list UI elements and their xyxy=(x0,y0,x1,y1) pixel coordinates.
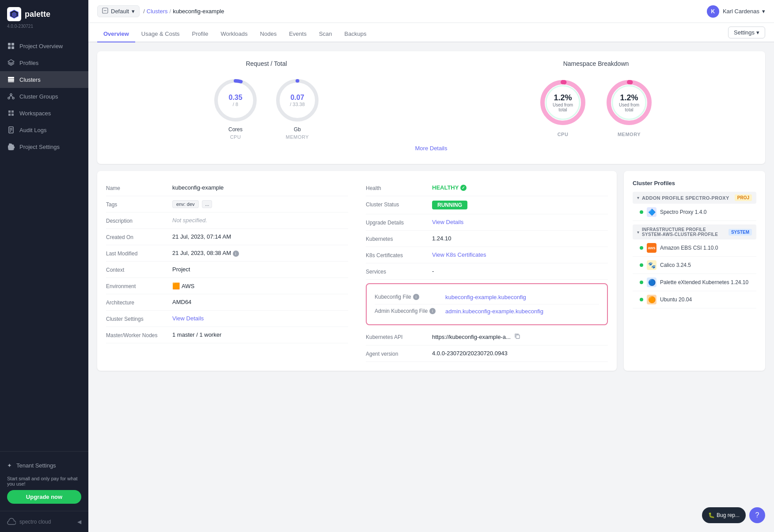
created-label: Created On xyxy=(106,233,172,240)
tab-scan[interactable]: Scan xyxy=(313,26,338,42)
sidebar-item-clusters[interactable]: Clusters xyxy=(0,71,88,88)
addon-group-name: ADDON PROFILE SPECTRO-PROXY xyxy=(642,195,732,201)
more-details-link[interactable]: More Details xyxy=(106,141,756,155)
detail-services: Services - xyxy=(366,263,608,280)
help-button[interactable]: ? xyxy=(749,507,765,523)
spectro-cloud-icon xyxy=(7,517,16,527)
namespace-cpu-label: Used from total xyxy=(550,103,576,112)
calico-name: Calico 3.24.5 xyxy=(660,262,691,268)
tags-value: env: dev ... xyxy=(172,201,348,207)
memory-gauge-center: 0.07 / 33.38 xyxy=(290,94,305,107)
memory-unit: Gb xyxy=(294,126,301,133)
profile-group-infra-header[interactable]: ▾ INFRASTRUCTURE PROFILE SYSTEM-AWS-CLUS… xyxy=(633,224,756,239)
tab-backups[interactable]: Backups xyxy=(338,26,373,42)
breadcrumb: / Clusters / kubeconfig-example xyxy=(143,8,224,15)
admin-kubeconfig-value[interactable]: admin.kubeconfig-example.kubeconfig xyxy=(445,308,543,315)
sidebar-nav: Project Overview Profiles Clusters Clust… xyxy=(0,34,88,451)
profile-group-infra: ▾ INFRASTRUCTURE PROFILE SYSTEM-AWS-CLUS… xyxy=(633,224,756,308)
project-name: Default xyxy=(111,8,129,15)
tab-workloads[interactable]: Workloads xyxy=(214,26,254,42)
tags-label: Tags xyxy=(106,201,172,208)
svg-rect-5 xyxy=(11,46,14,49)
cluster-status-label: Cluster Status xyxy=(366,201,432,208)
cpu-value: 0.35 xyxy=(228,94,242,102)
detail-context: Context Project xyxy=(106,262,348,278)
svg-point-11 xyxy=(12,97,14,99)
tab-usage-costs[interactable]: Usage & Costs xyxy=(135,26,186,42)
sidebar-item-cluster-groups[interactable]: Cluster Groups xyxy=(0,88,88,105)
copy-k8s-api-button[interactable] xyxy=(514,333,520,341)
namespace-memory-pct: 1.2% xyxy=(616,93,642,103)
k8s-api-label: Kubernetes API xyxy=(366,333,432,340)
sidebar-item-profiles[interactable]: Profiles xyxy=(0,54,88,71)
settings-button[interactable]: Settings ▾ xyxy=(728,27,765,38)
memory-separator: / 33.38 xyxy=(290,102,305,107)
profile-group-addon-header[interactable]: ▾ ADDON PROFILE SPECTRO-PROXY PROJ xyxy=(633,192,756,204)
namespace-charts: 1.2% Used from total CPU xyxy=(436,76,756,137)
cluster-settings-label: Cluster Settings xyxy=(106,315,172,322)
nav-label-cluster-groups: Cluster Groups xyxy=(19,93,58,100)
logo-area: palette xyxy=(0,0,88,23)
architecture-value: AMD64 xyxy=(172,299,348,305)
tab-nodes[interactable]: Nodes xyxy=(254,26,283,42)
modified-label: Last Modified xyxy=(106,250,172,257)
tab-overview[interactable]: Overview xyxy=(97,26,135,42)
kubernetes-label: Kubernetes xyxy=(366,235,432,242)
profile-item-spectro-proxy: 🔷 Spectro Proxy 1.4.0 xyxy=(633,204,756,221)
addon-group-chevron: ▾ xyxy=(637,195,639,200)
spectro-cloud-link[interactable]: spectro cloud ◀ xyxy=(0,511,88,532)
cluster-settings-link[interactable]: View Details xyxy=(172,315,348,322)
calico-icon: 🐾 xyxy=(647,260,656,270)
tag-more: ... xyxy=(202,200,212,208)
namespace-cpu-donut: 1.2% Used from total xyxy=(536,76,589,129)
details-card: Name kubeconfig-example Tags env: dev ..… xyxy=(97,171,617,371)
kubeconfig-file-row: Kubeconfig File i kubeconfig-example.kub… xyxy=(375,290,599,304)
nav-label-project-overview: Project Overview xyxy=(19,43,63,49)
tenant-settings-label: Tenant Settings xyxy=(16,462,56,469)
sidebar-item-project-settings[interactable]: Project Settings xyxy=(0,138,88,155)
admin-kubeconfig-info-icon[interactable]: i xyxy=(429,308,436,314)
bug-icon: 🐛 xyxy=(708,512,715,518)
agent-value: 4.0.0-230720/20230720.0943 xyxy=(432,350,608,357)
memory-label: MEMORY xyxy=(286,134,309,140)
palette-k8s-icon: 🔵 xyxy=(647,277,656,287)
nav-label-audit-logs: Audit Logs xyxy=(19,127,46,133)
profiles-title: Cluster Profiles xyxy=(633,180,756,186)
k8s-cert-value[interactable]: View K8s Certificates xyxy=(432,251,608,258)
sidebar-item-workspaces[interactable]: Workspaces xyxy=(0,105,88,122)
k8s-api-value: https://kubeconfig-example-a... xyxy=(432,333,608,341)
tab-profile[interactable]: Profile xyxy=(186,26,215,42)
upgrade-value[interactable]: View Details xyxy=(432,219,608,225)
namespace-memory-type: MEMORY xyxy=(618,132,641,137)
details-col-left: Name kubeconfig-example Tags env: dev ..… xyxy=(106,180,348,362)
name-label: Name xyxy=(106,184,172,191)
description-value: Not specified. xyxy=(172,217,348,224)
detail-architecture: Architecture AMD64 xyxy=(106,294,348,311)
breadcrumb-parent[interactable]: Clusters xyxy=(147,8,168,15)
kubeconfig-info-icon[interactable]: i xyxy=(413,294,419,300)
tenant-settings-link[interactable]: ✦ Tenant Settings xyxy=(7,459,81,472)
tab-events[interactable]: Events xyxy=(283,26,313,42)
kubeconfig-file-value[interactable]: kubeconfig-example.kubeconfig xyxy=(445,294,526,300)
sidebar-item-audit-logs[interactable]: Audit Logs xyxy=(0,122,88,138)
sidebar-item-project-overview[interactable]: Project Overview xyxy=(0,38,88,54)
cpu-gauge-container: 0.35 / 8 xyxy=(211,76,260,125)
user-info[interactable]: Karl Cardenas ▾ xyxy=(723,8,765,15)
detail-k8s-cert: K8s Certificates View K8s Certificates xyxy=(366,247,608,263)
spectro-proxy-name: Spectro Proxy 1.4.0 xyxy=(660,209,706,215)
breadcrumb-sep: / xyxy=(143,8,145,15)
upgrade-button[interactable]: Upgrade now xyxy=(7,490,81,504)
detail-k8s-api: Kubernetes API https://kubeconfig-exampl… xyxy=(366,329,608,346)
details-col-right: Health HEALTHY ✓ Cluster Status xyxy=(366,180,608,362)
spectro-proxy-icon: 🔷 xyxy=(647,207,656,217)
modified-info-icon[interactable]: i xyxy=(233,251,239,257)
palette-k8s-status-dot xyxy=(640,281,643,284)
project-selector[interactable]: Default ▾ xyxy=(97,5,140,17)
admin-kubeconfig-row: Admin Kubeconfig File i admin.kubeconfig… xyxy=(375,304,599,318)
master-nodes-label: Master/Worker Nodes xyxy=(106,331,172,338)
project-chevron: ▾ xyxy=(132,8,135,15)
profile-group-addon: ▾ ADDON PROFILE SPECTRO-PROXY PROJ 🔷 Spe… xyxy=(633,192,756,221)
services-label: Services xyxy=(366,268,432,275)
bug-report-button[interactable]: 🐛 Bug rep... xyxy=(702,507,746,523)
user-chevron: ▾ xyxy=(762,8,765,15)
